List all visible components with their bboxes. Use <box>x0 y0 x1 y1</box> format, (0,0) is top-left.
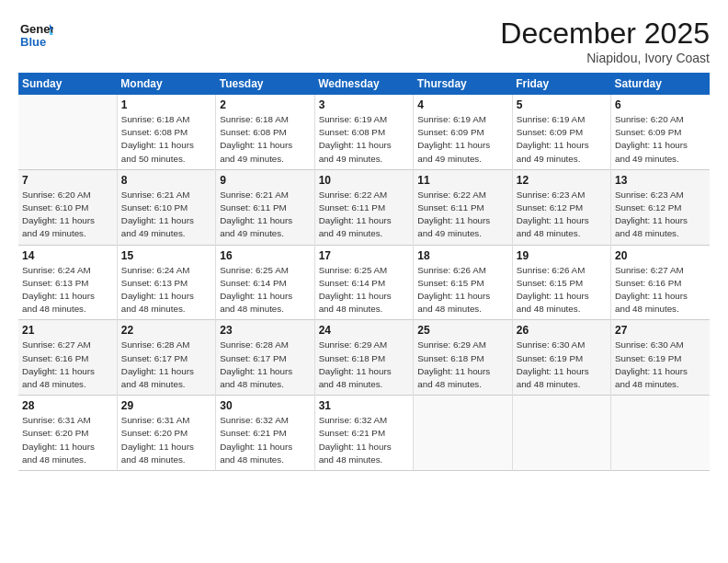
day-number: 27 <box>615 324 706 337</box>
svg-text:Blue: Blue <box>20 35 46 49</box>
day-number: 2 <box>220 98 310 111</box>
calendar-day-cell: 13Sunrise: 6:23 AM Sunset: 6:12 PM Dayli… <box>611 169 711 245</box>
day-number: 29 <box>121 399 211 412</box>
day-info: Sunrise: 6:24 AM Sunset: 6:13 PM Dayligh… <box>121 264 211 316</box>
calendar-day-cell: 15Sunrise: 6:24 AM Sunset: 6:13 PM Dayli… <box>117 245 215 320</box>
day-info: Sunrise: 6:23 AM Sunset: 6:12 PM Dayligh… <box>615 189 706 241</box>
weekday-header: Monday <box>117 73 215 95</box>
day-info: Sunrise: 6:31 AM Sunset: 6:20 PM Dayligh… <box>121 414 211 466</box>
day-number: 17 <box>319 249 410 262</box>
title-block: December 2025 Niapidou, Ivory Coast <box>500 17 710 65</box>
calendar-day-cell: 6Sunrise: 6:20 AM Sunset: 6:09 PM Daylig… <box>611 95 711 169</box>
weekday-header: Friday <box>512 73 610 95</box>
calendar-day-cell: 25Sunrise: 6:29 AM Sunset: 6:18 PM Dayli… <box>414 320 512 396</box>
day-number: 25 <box>417 324 507 337</box>
calendar-day-cell: 23Sunrise: 6:28 AM Sunset: 6:17 PM Dayli… <box>216 320 314 396</box>
day-info: Sunrise: 6:18 AM Sunset: 6:08 PM Dayligh… <box>121 113 211 166</box>
day-number: 28 <box>22 399 113 412</box>
calendar-day-cell: 11Sunrise: 6:22 AM Sunset: 6:11 PM Dayli… <box>414 169 512 245</box>
day-info: Sunrise: 6:25 AM Sunset: 6:14 PM Dayligh… <box>319 264 410 316</box>
calendar-day-cell <box>512 396 610 471</box>
day-number: 15 <box>121 249 211 262</box>
calendar-header-row: SundayMondayTuesdayWednesdayThursdayFrid… <box>18 73 710 95</box>
calendar-day-cell <box>414 396 512 471</box>
day-number: 21 <box>22 324 113 337</box>
day-info: Sunrise: 6:31 AM Sunset: 6:20 PM Dayligh… <box>22 414 113 466</box>
day-info: Sunrise: 6:22 AM Sunset: 6:11 PM Dayligh… <box>319 189 410 241</box>
calendar-table: SundayMondayTuesdayWednesdayThursdayFrid… <box>18 73 710 471</box>
calendar-week-row: 1Sunrise: 6:18 AM Sunset: 6:08 PM Daylig… <box>18 95 710 169</box>
calendar-day-cell: 16Sunrise: 6:25 AM Sunset: 6:14 PM Dayli… <box>216 245 314 320</box>
day-info: Sunrise: 6:29 AM Sunset: 6:18 PM Dayligh… <box>319 339 410 391</box>
calendar-day-cell: 20Sunrise: 6:27 AM Sunset: 6:16 PM Dayli… <box>611 245 711 320</box>
day-info: Sunrise: 6:28 AM Sunset: 6:17 PM Dayligh… <box>121 339 211 391</box>
day-number: 12 <box>517 174 607 187</box>
day-info: Sunrise: 6:20 AM Sunset: 6:09 PM Dayligh… <box>615 113 706 166</box>
day-number: 7 <box>22 174 113 187</box>
day-number: 1 <box>121 98 211 111</box>
calendar-day-cell: 29Sunrise: 6:31 AM Sunset: 6:20 PM Dayli… <box>117 396 215 471</box>
day-info: Sunrise: 6:19 AM Sunset: 6:08 PM Dayligh… <box>319 113 410 166</box>
calendar-day-cell: 14Sunrise: 6:24 AM Sunset: 6:13 PM Dayli… <box>18 245 117 320</box>
day-number: 31 <box>319 399 410 412</box>
weekday-header: Thursday <box>414 73 512 95</box>
day-info: Sunrise: 6:19 AM Sunset: 6:09 PM Dayligh… <box>517 113 607 166</box>
page-header: General Blue December 2025 Niapidou, Ivo… <box>18 17 710 65</box>
calendar-day-cell: 4Sunrise: 6:19 AM Sunset: 6:09 PM Daylig… <box>414 95 512 169</box>
calendar-day-cell: 9Sunrise: 6:21 AM Sunset: 6:11 PM Daylig… <box>216 169 314 245</box>
day-info: Sunrise: 6:32 AM Sunset: 6:21 PM Dayligh… <box>319 414 410 466</box>
day-number: 10 <box>319 174 410 187</box>
day-number: 16 <box>220 249 310 262</box>
day-number: 4 <box>417 98 507 111</box>
calendar-day-cell: 2Sunrise: 6:18 AM Sunset: 6:08 PM Daylig… <box>216 95 314 169</box>
month-title: December 2025 <box>500 17 710 51</box>
day-info: Sunrise: 6:25 AM Sunset: 6:14 PM Dayligh… <box>220 264 310 316</box>
day-info: Sunrise: 6:26 AM Sunset: 6:15 PM Dayligh… <box>417 264 507 316</box>
day-info: Sunrise: 6:18 AM Sunset: 6:08 PM Dayligh… <box>220 113 310 166</box>
calendar-day-cell: 21Sunrise: 6:27 AM Sunset: 6:16 PM Dayli… <box>18 320 117 396</box>
day-info: Sunrise: 6:22 AM Sunset: 6:11 PM Dayligh… <box>417 189 507 241</box>
day-info: Sunrise: 6:21 AM Sunset: 6:11 PM Dayligh… <box>220 189 310 241</box>
day-info: Sunrise: 6:20 AM Sunset: 6:10 PM Dayligh… <box>22 189 113 241</box>
calendar-week-row: 14Sunrise: 6:24 AM Sunset: 6:13 PM Dayli… <box>18 245 710 320</box>
weekday-header: Tuesday <box>216 73 314 95</box>
calendar-day-cell: 5Sunrise: 6:19 AM Sunset: 6:09 PM Daylig… <box>512 95 610 169</box>
day-number: 30 <box>220 399 310 412</box>
day-info: Sunrise: 6:29 AM Sunset: 6:18 PM Dayligh… <box>417 339 507 391</box>
day-info: Sunrise: 6:21 AM Sunset: 6:10 PM Dayligh… <box>121 189 211 241</box>
day-number: 11 <box>417 174 507 187</box>
weekday-header: Saturday <box>611 73 711 95</box>
day-number: 26 <box>517 324 607 337</box>
day-number: 14 <box>22 249 113 262</box>
weekday-header: Sunday <box>18 73 117 95</box>
calendar-day-cell: 30Sunrise: 6:32 AM Sunset: 6:21 PM Dayli… <box>216 396 314 471</box>
day-info: Sunrise: 6:30 AM Sunset: 6:19 PM Dayligh… <box>517 339 607 391</box>
calendar-day-cell: 19Sunrise: 6:26 AM Sunset: 6:15 PM Dayli… <box>512 245 610 320</box>
calendar-day-cell: 31Sunrise: 6:32 AM Sunset: 6:21 PM Dayli… <box>314 396 414 471</box>
day-info: Sunrise: 6:30 AM Sunset: 6:19 PM Dayligh… <box>615 339 706 391</box>
day-info: Sunrise: 6:27 AM Sunset: 6:16 PM Dayligh… <box>615 264 706 316</box>
day-info: Sunrise: 6:26 AM Sunset: 6:15 PM Dayligh… <box>517 264 607 316</box>
logo: General Blue <box>18 17 53 52</box>
calendar-day-cell: 12Sunrise: 6:23 AM Sunset: 6:12 PM Dayli… <box>512 169 610 245</box>
day-number: 22 <box>121 324 211 337</box>
calendar-day-cell: 22Sunrise: 6:28 AM Sunset: 6:17 PM Dayli… <box>117 320 215 396</box>
day-number: 9 <box>220 174 310 187</box>
calendar-day-cell: 24Sunrise: 6:29 AM Sunset: 6:18 PM Dayli… <box>314 320 414 396</box>
calendar-day-cell <box>18 95 117 169</box>
calendar-day-cell <box>611 396 711 471</box>
day-info: Sunrise: 6:24 AM Sunset: 6:13 PM Dayligh… <box>22 264 113 316</box>
day-number: 19 <box>517 249 607 262</box>
day-number: 24 <box>319 324 410 337</box>
day-number: 6 <box>615 98 706 111</box>
calendar-day-cell: 17Sunrise: 6:25 AM Sunset: 6:14 PM Dayli… <box>314 245 414 320</box>
day-info: Sunrise: 6:23 AM Sunset: 6:12 PM Dayligh… <box>517 189 607 241</box>
calendar-week-row: 21Sunrise: 6:27 AM Sunset: 6:16 PM Dayli… <box>18 320 710 396</box>
calendar-day-cell: 8Sunrise: 6:21 AM Sunset: 6:10 PM Daylig… <box>117 169 215 245</box>
day-number: 8 <box>121 174 211 187</box>
location-subtitle: Niapidou, Ivory Coast <box>500 51 710 65</box>
day-number: 3 <box>319 98 410 111</box>
calendar-day-cell: 28Sunrise: 6:31 AM Sunset: 6:20 PM Dayli… <box>18 396 117 471</box>
day-number: 5 <box>517 98 607 111</box>
calendar-day-cell: 3Sunrise: 6:19 AM Sunset: 6:08 PM Daylig… <box>314 95 414 169</box>
